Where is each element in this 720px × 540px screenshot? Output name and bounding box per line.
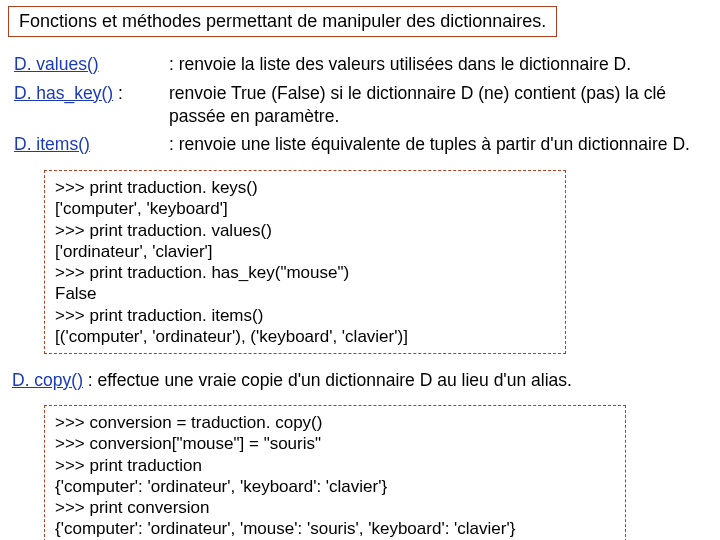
code1-l8: [('computer', 'ordinateur'), ('keyboard'… (55, 326, 555, 347)
method-haskey-row: D. has_key() : renvoie True (False) si l… (14, 82, 712, 128)
method-haskey-desc: renvoie True (False) si le dictionnaire … (169, 82, 712, 128)
code1-l3: >>> print traduction. values() (55, 220, 555, 241)
method-values-desc: : renvoie la liste des valeurs utilisées… (169, 53, 712, 76)
link-items[interactable]: D. items() (14, 134, 90, 154)
code1-l2: ['computer', 'keyboard'] (55, 198, 555, 219)
code2-l4: {'computer': 'ordinateur', 'keyboard': '… (55, 476, 615, 497)
code1-l1: >>> print traduction. keys() (55, 177, 555, 198)
link-values[interactable]: D. values() (14, 54, 99, 74)
code1-l4: ['ordinateur', 'clavier'] (55, 241, 555, 262)
method-values-row: D. values() : renvoie la liste des valeu… (14, 53, 712, 76)
code-block-2: >>> conversion = traduction. copy() >>> … (44, 405, 626, 540)
method-values-name: D. values() (14, 53, 169, 76)
method-items-name: D. items() (14, 133, 169, 156)
haskey-sep: : (113, 83, 123, 103)
code2-l1: >>> conversion = traduction. copy() (55, 412, 615, 433)
code1-l5: >>> print traduction. has_key("mouse") (55, 262, 555, 283)
link-copy[interactable]: D. copy() (12, 370, 83, 390)
code1-l7: >>> print traduction. items() (55, 305, 555, 326)
method-items-desc: : renvoie une liste équivalente de tuple… (169, 133, 712, 156)
code-block-1: >>> print traduction. keys() ['computer'… (44, 170, 566, 354)
code1-l6: False (55, 283, 555, 304)
link-haskey[interactable]: D. has_key() (14, 83, 113, 103)
code2-l6: {'computer': 'ordinateur', 'mouse': 'sou… (55, 518, 615, 539)
code2-l2: >>> conversion["mouse"] = "souris" (55, 433, 615, 454)
method-items-row: D. items() : renvoie une liste équivalen… (14, 133, 712, 156)
code2-l5: >>> print conversion (55, 497, 615, 518)
method-haskey-name: D. has_key() : (14, 82, 169, 128)
title-text: Fonctions et méthodes permettant de mani… (19, 11, 546, 31)
code2-l3: >>> print traduction (55, 455, 615, 476)
method-copy-desc: : effectue une vraie copie d'un dictionn… (83, 370, 572, 390)
method-copy-row: D. copy() : effectue une vraie copie d'u… (12, 370, 712, 391)
section-title: Fonctions et méthodes permettant de mani… (8, 6, 557, 37)
